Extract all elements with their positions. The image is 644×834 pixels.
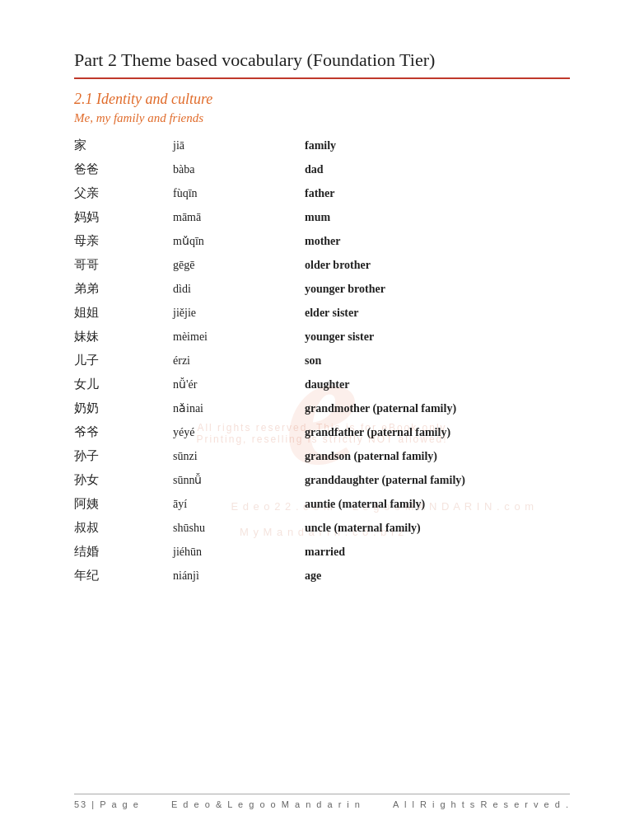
table-row: 年纪niánjìage (74, 564, 570, 588)
vocab-pinyin: niánjì (173, 564, 305, 588)
table-row: 儿子érzison (74, 349, 570, 372)
table-row: 女儿nǚ'érdaughter (74, 372, 570, 396)
table-row: 妹妹mèimeiyounger sister (74, 325, 570, 349)
vocab-chinese: 爷爷 (74, 420, 173, 444)
vocab-english: grandfather (paternal family) (305, 420, 570, 444)
vocab-pinyin: māmā (173, 205, 305, 229)
footer-page: 53 | P a g e (74, 799, 140, 809)
vocab-table: 家jiāfamily爸爸bàbadad父亲fùqīnfather妈妈māmāmu… (74, 134, 570, 588)
vocab-english: dad (305, 157, 570, 181)
vocab-chinese: 奶奶 (74, 396, 173, 420)
vocab-chinese: 年纪 (74, 564, 173, 588)
vocab-chinese: 孙女 (74, 468, 173, 492)
table-row: 孙女sūnnǚgranddaughter (paternal family) (74, 468, 570, 492)
vocab-english: married (305, 540, 570, 564)
table-row: 父亲fùqīnfather (74, 181, 570, 205)
vocab-chinese: 弟弟 (74, 277, 173, 301)
vocab-chinese: 孙子 (74, 444, 173, 468)
vocab-chinese: 妈妈 (74, 205, 173, 229)
vocab-chinese: 家 (74, 134, 173, 157)
vocab-chinese: 阿姨 (74, 492, 173, 516)
vocab-pinyin: jiéhūn (173, 540, 305, 564)
vocab-english: granddaughter (paternal family) (305, 468, 570, 492)
table-row: 弟弟dìdiyounger brother (74, 277, 570, 301)
vocab-pinyin: mǔqīn (173, 229, 305, 253)
vocab-english: daughter (305, 372, 570, 396)
table-row: 结婚jiéhūnmarried (74, 540, 570, 564)
section-title: 2.1 Identity and culture (74, 91, 570, 108)
vocab-pinyin: nǚ'ér (173, 372, 305, 396)
content-area: Part 2 Theme based vocabulary (Foundatio… (74, 49, 570, 588)
vocab-chinese: 儿子 (74, 349, 173, 372)
vocab-english: auntie (maternal family) (305, 492, 570, 516)
vocab-pinyin: sūnzi (173, 444, 305, 468)
vocab-chinese: 爸爸 (74, 157, 173, 181)
table-row: 妈妈māmāmum (74, 205, 570, 229)
vocab-chinese: 妹妹 (74, 325, 173, 349)
vocab-english: younger sister (305, 325, 570, 349)
vocab-english: mother (305, 229, 570, 253)
vocab-english: older brother (305, 253, 570, 277)
vocab-english: uncle (maternal family) (305, 516, 570, 540)
vocab-english: age (305, 564, 570, 588)
footer-publisher: E d e o & L e g o o M a n d a r i n (171, 799, 362, 809)
table-row: 奶奶nǎinaigrandmother (paternal family) (74, 396, 570, 420)
part-title: Part 2 Theme based vocabulary (Foundatio… (74, 49, 570, 79)
subsection-title: Me, my family and friends (74, 111, 570, 125)
vocab-chinese: 女儿 (74, 372, 173, 396)
vocab-pinyin: sūnnǚ (173, 468, 305, 492)
vocab-english: elder sister (305, 301, 570, 325)
table-row: 爸爸bàbadad (74, 157, 570, 181)
vocab-chinese: 结婚 (74, 540, 173, 564)
vocab-pinyin: dìdi (173, 277, 305, 301)
footer: 53 | P a g e E d e o & L e g o o M a n d… (74, 794, 570, 809)
vocab-pinyin: mèimei (173, 325, 305, 349)
vocab-chinese: 父亲 (74, 181, 173, 205)
table-row: 孙子sūnzigrandson (paternal family) (74, 444, 570, 468)
vocab-pinyin: āyí (173, 492, 305, 516)
vocab-english: mum (305, 205, 570, 229)
vocab-pinyin: shūshu (173, 516, 305, 540)
vocab-chinese: 母亲 (74, 229, 173, 253)
vocab-english: family (305, 134, 570, 157)
table-row: 母亲mǔqīnmother (74, 229, 570, 253)
table-row: 阿姨āyíauntie (maternal family) (74, 492, 570, 516)
vocab-pinyin: gēgē (173, 253, 305, 277)
vocab-pinyin: yéyé (173, 420, 305, 444)
vocab-english: grandmother (paternal family) (305, 396, 570, 420)
vocab-english: younger brother (305, 277, 570, 301)
table-row: 姐姐jiějieelder sister (74, 301, 570, 325)
vocab-pinyin: jiā (173, 134, 305, 157)
vocab-english: grandson (paternal family) (305, 444, 570, 468)
table-row: 哥哥gēgēolder brother (74, 253, 570, 277)
table-row: 叔叔shūshuuncle (maternal family) (74, 516, 570, 540)
vocab-english: father (305, 181, 570, 205)
vocab-chinese: 叔叔 (74, 516, 173, 540)
vocab-pinyin: jiějie (173, 301, 305, 325)
vocab-pinyin: nǎinai (173, 396, 305, 420)
vocab-pinyin: érzi (173, 349, 305, 372)
page: e All rights reserved. This is for eBook… (0, 0, 644, 834)
vocab-chinese: 哥哥 (74, 253, 173, 277)
table-row: 家jiāfamily (74, 134, 570, 157)
vocab-pinyin: bàba (173, 157, 305, 181)
vocab-english: son (305, 349, 570, 372)
vocab-pinyin: fùqīn (173, 181, 305, 205)
vocab-chinese: 姐姐 (74, 301, 173, 325)
table-row: 爷爷yéyégrandfather (paternal family) (74, 420, 570, 444)
footer-rights: A l l R i g h t s R e s e r v e d . (393, 799, 570, 809)
